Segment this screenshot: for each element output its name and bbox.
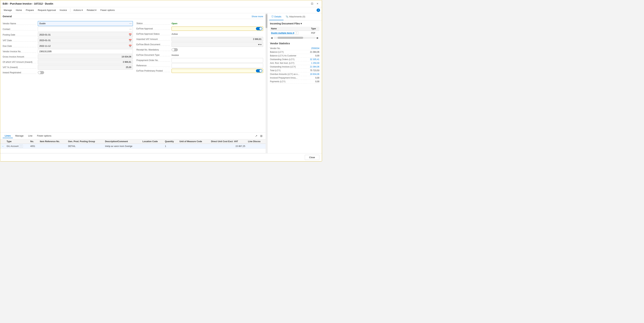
vendor-name-input[interactable] [38, 21, 128, 26]
imported-vat-value [172, 37, 263, 42]
file-name-cell: Dustin multiple items 8 ⋮ [270, 31, 310, 35]
vendor-name-row: Vendor Name ··· [3, 21, 133, 26]
menu-prepare[interactable]: Prepare [24, 8, 36, 12]
scroll-right-icon[interactable]: ▶ [316, 36, 319, 40]
col-header-item-ref[interactable]: Item Reference No. [38, 139, 66, 144]
restore-button[interactable]: ⊡ [310, 2, 314, 6]
exflow-approval-toggle[interactable] [256, 27, 262, 30]
exflow-approval-status-value: Active [172, 33, 263, 35]
exflow-block-dropdown[interactable]: ▾ [172, 42, 263, 47]
show-more-link[interactable]: Show more [252, 15, 263, 18]
menu-actions[interactable]: Actions ▾ [72, 8, 85, 12]
col-header-line-discou[interactable]: Line Discou [246, 139, 266, 144]
row-description-cell[interactable]: Inköp av varor inom Sverige [104, 144, 141, 149]
imported-vat-label: Imported VAT Amount [136, 38, 172, 40]
file-name-link[interactable]: Dustin multiple items 8 [271, 32, 294, 34]
stat-amt-rcd: Amt. Rcd. Not Invd. (LCY) 1 250,00 [270, 61, 319, 65]
tab-details[interactable]: ⓘ Details [269, 13, 284, 20]
close-button[interactable]: Close [305, 155, 319, 160]
reference-input[interactable] [172, 63, 263, 68]
status-label: Status [136, 22, 172, 24]
posting-date-calendar-icon[interactable]: 📅 [128, 33, 133, 36]
reference-row: Reference [136, 63, 263, 68]
col-header-direct-unit[interactable]: Direct Unit Cost Excl. VAT [210, 139, 246, 144]
chevron-down-icon[interactable]: ▾ [300, 22, 302, 25]
posting-date-value: 📅 [38, 32, 133, 37]
col-header-quantity[interactable]: Quantity [164, 139, 178, 144]
menu-fewer-options[interactable]: Fewer options [98, 8, 116, 12]
exflow-approval-row: ExFlow Approval [136, 26, 263, 31]
stat-balance-lcy: Balance (LCY) 21 084,06 [270, 50, 319, 54]
exflow-prelim-value [172, 69, 263, 73]
file-row: Dustin multiple items 8 ⋮ PDF [270, 31, 319, 35]
col-header-gen-prod[interactable]: Gen. Prod. Posting Group [66, 139, 104, 144]
tab-line[interactable]: Line [26, 134, 35, 138]
scroll-left-icon[interactable]: ◀ [270, 36, 273, 40]
row-item-ref-cell [38, 144, 66, 149]
vat-date-calendar-icon[interactable]: 📅 [128, 39, 133, 42]
posting-date-container: 📅 [38, 32, 133, 37]
title-bar: Edit - Purchase Invoice - 107212 · Dusti… [0, 0, 322, 7]
vendor-name-dots-btn[interactable]: ··· [128, 22, 133, 26]
vat-date-input[interactable] [38, 38, 128, 43]
table-empty-row [0, 149, 266, 153]
tab-attachments[interactable]: 📎 Attachments (0) [284, 13, 308, 20]
tab-manage[interactable]: Manage [13, 134, 26, 138]
file-options-btn[interactable]: ⋮ [295, 32, 298, 34]
due-date-input[interactable] [38, 44, 128, 48]
vat-date-container: 📅 [38, 38, 133, 43]
vertical-scrollbar[interactable] [266, 13, 267, 153]
col-header-unit[interactable]: Unit of Measure Code [178, 139, 210, 144]
tab-lines[interactable]: Lines [3, 134, 13, 138]
horiz-scrollbar[interactable] [273, 37, 316, 39]
menu-invoice[interactable]: Invoice [58, 8, 69, 12]
exflow-block-select[interactable] [173, 43, 260, 46]
menu-home[interactable]: Home [14, 8, 24, 12]
exflow-approval-status-label: ExFlow Approval Status [136, 33, 172, 35]
col-header-location[interactable]: Location Code [141, 139, 164, 144]
vendor-invoice-input[interactable] [38, 49, 133, 54]
posting-date-input[interactable] [38, 32, 128, 37]
details-icon: ⓘ [272, 15, 274, 18]
row-direct-unit-cell[interactable]: 15 867,25 [210, 144, 246, 149]
row-line-discou-cell [246, 144, 266, 149]
row-no-cell[interactable]: 4051 [29, 144, 38, 149]
contact-input[interactable] [38, 27, 128, 32]
menu-manage[interactable]: Manage [2, 8, 14, 12]
prepayment-input[interactable] [172, 58, 263, 62]
exflow-prelim-container [172, 69, 263, 73]
menu-related[interactable]: Related ▾ [85, 8, 98, 12]
prepayment-label: Prepayment Order No. [136, 59, 172, 62]
col-header-no[interactable]: No. [29, 139, 38, 144]
info-icon[interactable]: i [316, 8, 320, 12]
panel-content: Incoming Document Files ▾ Name Type [268, 20, 322, 85]
imported-vat-input[interactable] [172, 37, 263, 42]
exflow-prelim-toggle[interactable] [256, 69, 262, 72]
col-header-type-label[interactable]: Type [5, 139, 29, 144]
receipt-mandatory-toggle[interactable] [172, 48, 178, 51]
main-layout: General Show more Vendor Name ··· [0, 13, 322, 153]
lines-share-button[interactable]: ↗ [254, 134, 258, 138]
horiz-scrollbar-thumb[interactable] [278, 37, 303, 39]
menu-request-approval[interactable]: Request Approval [36, 8, 58, 12]
tab-fewer-options[interactable]: Fewer options [35, 134, 54, 138]
gross-amount-input[interactable] [38, 54, 133, 59]
panel-tabs: ⓘ Details 📎 Attachments (0) [268, 13, 322, 20]
imported-vat-row: Imported VAT Amount [136, 36, 263, 42]
row-type-cell[interactable]: G/L Account ⋮ [5, 144, 29, 149]
vat-pct-input[interactable] [38, 65, 133, 70]
inward-reg-toggle[interactable] [38, 71, 44, 74]
row-type-dropdown-btn[interactable]: ⋮ [19, 145, 23, 148]
close-window-button[interactable]: × [316, 2, 319, 6]
row-gen-prod-cell[interactable]: DETAIL [66, 144, 104, 149]
vat-amount-input[interactable] [38, 60, 133, 64]
contact-dots-btn[interactable]: ··· [128, 27, 133, 31]
due-date-calendar-icon[interactable]: 📅 [128, 44, 133, 48]
lines-expand-button[interactable]: ⊞ [260, 134, 263, 138]
chevron-down-icon: ▾ [260, 43, 262, 46]
scrollbar-thumb[interactable] [266, 14, 267, 28]
row-quantity-cell[interactable]: 1 [164, 144, 178, 149]
col-header-description[interactable]: Description/Comment [104, 139, 141, 144]
paperclip-icon: 📎 [286, 15, 288, 18]
vat-date-value: 📅 [38, 38, 133, 43]
